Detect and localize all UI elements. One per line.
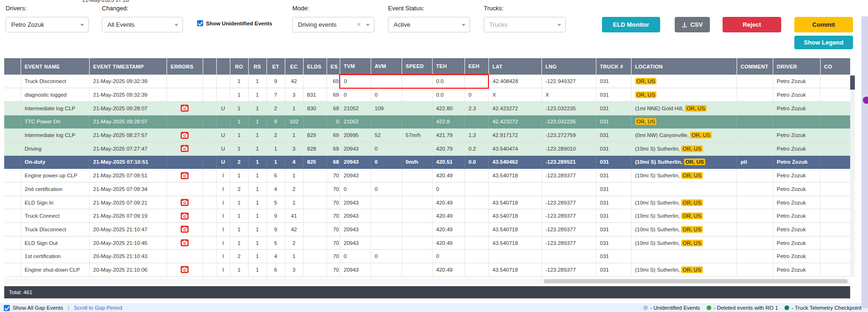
table-row[interactable]: Intermediate log CLP21-May-2025 08:27:57… xyxy=(4,129,850,142)
camera-icon[interactable] xyxy=(181,105,189,112)
cell-driver: Petro Zozuk xyxy=(773,183,820,196)
column-header-truck[interactable]: TRUCK # xyxy=(596,58,631,75)
column-header-comment[interactable]: COMMENT xyxy=(737,58,773,75)
cell-rs: 1 xyxy=(248,250,266,263)
table-row[interactable]: Driving21-May-2025 07:27:47U111382869209… xyxy=(4,142,850,155)
column-header-ro[interactable]: RO xyxy=(230,58,248,75)
column-header-err[interactable]: ERRORS xyxy=(167,58,203,75)
cell-ts: 21-May-2025 07:09:51 xyxy=(89,169,167,183)
column-header-eeh[interactable]: EEH xyxy=(464,58,488,75)
column-header-rs[interactable]: RS xyxy=(248,58,266,75)
checkbox-checked-icon[interactable] xyxy=(4,305,10,311)
column-header-co[interactable]: CO xyxy=(820,58,850,75)
cell-co xyxy=(820,183,850,196)
trucks-label: Trucks: xyxy=(484,5,503,12)
camera-icon[interactable] xyxy=(181,145,189,152)
table-row[interactable]: ELD Sign In21-May-2025 07:09:21I11517020… xyxy=(4,196,850,209)
cell-teh: 0.0 xyxy=(432,88,464,102)
table-row[interactable]: diagnostic logged21-May-2025 09:32:39117… xyxy=(4,88,850,102)
cell-lng: -123.289377 xyxy=(541,209,596,223)
cell-tvm: 20943 xyxy=(340,223,371,236)
drivers-select[interactable]: Petro Zozuk xyxy=(6,17,89,32)
column-header-sel[interactable] xyxy=(4,58,21,75)
table-row[interactable]: Engine shut-down CLP20-May-2025 21:10:06… xyxy=(4,263,850,277)
mode-select[interactable]: Driving events × xyxy=(292,17,374,32)
commit-button[interactable]: Commit xyxy=(794,17,853,32)
cell-name: Truck Connect xyxy=(21,209,89,223)
column-header-driver[interactable]: DRIVER xyxy=(773,58,820,75)
table-horizontal-scrollbar[interactable] xyxy=(4,278,850,284)
show-unidentified-checkbox[interactable]: Show Unidentified Events xyxy=(197,20,272,26)
cell-lat: 43.540718 xyxy=(488,223,541,236)
column-header-avm[interactable]: AVM xyxy=(371,58,402,75)
table-row[interactable]: Engine power-up CLP21-May-2025 07:09:51I… xyxy=(4,169,850,183)
table-vertical-scrollbar-thumb[interactable] xyxy=(850,76,855,90)
commit-label: Commit xyxy=(812,21,835,28)
cell-err xyxy=(167,183,203,196)
state-badge: OR, US xyxy=(690,132,712,138)
table-row[interactable]: 2nd certification21-May-2025 07:09:34I21… xyxy=(4,183,850,196)
cell-elds xyxy=(303,196,327,209)
reject-button[interactable]: Reject xyxy=(723,17,781,32)
camera-icon[interactable] xyxy=(181,132,189,139)
column-header-lng[interactable]: LNG xyxy=(541,58,596,75)
cell-driver: Petro Zozuk xyxy=(773,209,820,223)
table-row[interactable]: Intermediate log CLP21-May-2025 09:28:07… xyxy=(4,101,850,115)
trucks-select[interactable]: Trucks xyxy=(484,17,566,32)
table-row[interactable]: On-duty21-May-2025 07:10:51U211482568209… xyxy=(4,155,850,169)
column-header-tvm[interactable]: TVM xyxy=(340,58,371,75)
table-row[interactable]: ELD Sign Out20-May-2025 21:10:45I1152702… xyxy=(4,236,850,250)
camera-icon[interactable] xyxy=(181,172,189,179)
table-vertical-scrollbar[interactable] xyxy=(850,75,855,277)
table-row[interactable]: Truck Connect21-May-2025 07:09:19I119417… xyxy=(4,209,850,223)
cell-n1 xyxy=(203,250,216,263)
page-scrollbar[interactable] xyxy=(861,16,868,308)
column-header-ts[interactable]: EVENT TIMESTAMP xyxy=(89,58,167,75)
column-header-n1[interactable] xyxy=(203,58,216,75)
clear-icon[interactable]: × xyxy=(357,21,361,28)
table-row[interactable]: 1st certification20-May-2025 21:10:43I21… xyxy=(4,250,850,263)
column-header-n2[interactable] xyxy=(216,58,230,75)
location-text: (10mi S) Sutherlin, xyxy=(635,227,681,232)
eld-monitor-button[interactable]: ELD Monitor xyxy=(602,17,660,32)
column-header-es[interactable]: ES xyxy=(327,58,340,75)
cell-n1 xyxy=(203,75,216,88)
event-status-select-value: Active xyxy=(394,21,410,28)
column-header-loc[interactable]: LOCATION xyxy=(631,58,737,75)
table-horizontal-scrollbar-thumb[interactable] xyxy=(544,279,848,283)
event-status-label: Event Status: xyxy=(388,5,424,12)
location-text: (10mi S) Sutherlin, xyxy=(635,146,681,152)
table-row[interactable]: Truck Disconnect20-May-2025 21:10:47I119… xyxy=(4,223,850,236)
column-header-name[interactable]: EVENT NAME xyxy=(21,58,89,75)
cell-truck: 031 xyxy=(596,223,631,236)
checkbox-checked-icon[interactable] xyxy=(197,20,203,26)
table-row[interactable]: TTC Power On21-May-2025 09:28:0711910202… xyxy=(4,115,850,129)
camera-icon[interactable] xyxy=(181,213,189,220)
column-header-lat[interactable]: LAT xyxy=(488,58,541,75)
camera-icon[interactable] xyxy=(181,226,189,233)
mode-label: Mode: xyxy=(292,5,309,12)
cell-lat xyxy=(488,250,541,263)
cell-name: Engine power-up CLP xyxy=(21,169,89,183)
column-header-ec[interactable]: EC xyxy=(285,58,303,75)
camera-icon[interactable] xyxy=(181,199,189,206)
show-all-gap-checkbox[interactable]: Show All Gap Events xyxy=(4,305,63,311)
camera-icon[interactable] xyxy=(181,266,189,273)
changed-select[interactable]: All Events xyxy=(102,17,183,32)
event-status-select[interactable]: Active xyxy=(388,17,470,32)
csv-button[interactable]: CSV xyxy=(675,17,710,32)
table-row[interactable]: Truck Disconnect21-May-2025 09:32:391194… xyxy=(4,75,850,88)
column-header-elds[interactable]: ELDS xyxy=(303,58,327,75)
column-header-et[interactable]: ET xyxy=(266,58,285,75)
cell-ec: 1 xyxy=(285,129,303,142)
drivers-select-value: Petro Zozuk xyxy=(11,21,44,28)
show-legend-button[interactable]: Show Legend xyxy=(794,36,853,49)
column-header-speed[interactable]: SPEED xyxy=(402,58,432,75)
reject-label: Reject xyxy=(743,21,761,28)
cell-ro: 1 xyxy=(230,129,248,142)
column-header-teh[interactable]: TEH xyxy=(432,58,464,75)
scroll-to-gap-link[interactable]: Scroll to Gap Period xyxy=(74,305,122,311)
cell-lng: X xyxy=(541,88,596,102)
cell-n1 xyxy=(203,142,216,155)
camera-icon[interactable] xyxy=(181,239,189,246)
